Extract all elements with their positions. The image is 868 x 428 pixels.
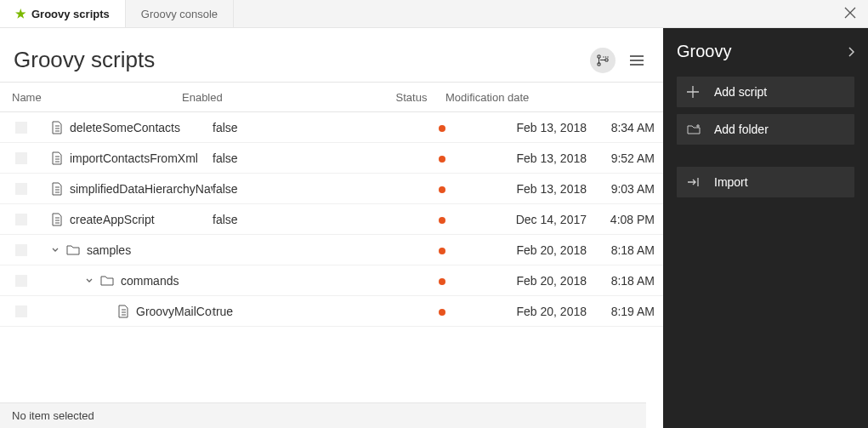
item-name: samples <box>87 243 131 257</box>
table-row[interactable]: GroovyMailCommandtrueFeb 20, 20188:19 AM <box>0 296 663 327</box>
name-cell: createAppScript <box>43 213 213 226</box>
file-icon <box>51 182 63 196</box>
date-cell: Feb 13, 2018 <box>476 151 595 165</box>
add-script-button[interactable]: Add script <box>677 77 854 107</box>
status-dot-icon <box>439 217 445 224</box>
table-row[interactable]: createAppScriptfalseDec 14, 20174:08 PM <box>0 204 663 235</box>
time-cell: 9:52 AM <box>595 151 663 165</box>
status-text: No item selected <box>12 409 94 422</box>
status-dot-icon <box>439 156 445 163</box>
item-name: importContactsFromXml <box>70 151 198 165</box>
add-folder-button[interactable]: Add folder <box>677 114 854 145</box>
enabled-cell: true <box>213 305 408 318</box>
name-cell: deleteSomeContacts <box>43 121 213 134</box>
name-cell: simplifiedDataHierarchyNav <box>43 182 213 196</box>
enabled-cell: false <box>213 182 408 196</box>
folder-icon <box>100 275 114 286</box>
tabs-bar: ★ Groovy scripts Groovy console <box>0 0 868 28</box>
row-checkbox[interactable] <box>15 122 27 134</box>
star-icon: ★ <box>15 7 26 20</box>
page-title: Groovy scripts <box>14 47 155 73</box>
status-cell <box>408 151 476 165</box>
time-cell: 8:34 AM <box>595 121 663 134</box>
close-icon <box>844 7 856 19</box>
col-status[interactable]: Status <box>377 91 445 104</box>
col-date[interactable]: Modification date <box>445 91 564 104</box>
sidebar-title: Groovy <box>677 42 731 61</box>
plus-icon <box>687 86 701 98</box>
date-cell: Feb 20, 2018 <box>476 305 595 318</box>
tree-icon <box>596 54 610 67</box>
enabled-cell: false <box>213 151 408 165</box>
date-cell: Feb 13, 2018 <box>476 182 595 196</box>
sidebar-expand-button[interactable] <box>848 47 854 57</box>
status-cell <box>408 243 476 257</box>
chevron-right-icon <box>848 47 854 57</box>
col-enabled[interactable]: Enabled <box>182 91 377 104</box>
file-icon <box>51 121 63 134</box>
import-icon <box>687 176 701 188</box>
enabled-cell: false <box>213 213 408 226</box>
sidebar: Groovy Add script Add folder Import <box>663 28 868 428</box>
table-row[interactable]: simplifiedDataHierarchyNavfalseFeb 13, 2… <box>0 174 663 204</box>
status-cell <box>408 121 476 134</box>
date-cell: Feb 13, 2018 <box>476 121 595 134</box>
table-row[interactable]: importContactsFromXmlfalseFeb 13, 20189:… <box>0 143 663 174</box>
close-button[interactable] <box>844 7 856 19</box>
time-cell: 8:18 AM <box>595 243 663 257</box>
item-name: commands <box>121 274 179 288</box>
file-icon <box>51 151 63 165</box>
status-bar: No item selected <box>0 402 646 428</box>
status-dot-icon <box>439 125 445 132</box>
row-checkbox[interactable] <box>15 244 27 256</box>
chevron-down-icon[interactable] <box>85 277 94 285</box>
time-cell: 9:03 AM <box>595 182 663 196</box>
svg-point-0 <box>607 56 608 57</box>
enabled-cell: false <box>213 121 408 134</box>
date-cell: Feb 20, 2018 <box>476 274 595 288</box>
table-header: Name Enabled Status Modification date <box>0 82 663 112</box>
file-icon <box>51 213 63 226</box>
menu-button[interactable] <box>624 48 650 73</box>
scripts-table: Name Enabled Status Modification date de… <box>0 82 663 428</box>
table-row[interactable]: deleteSomeContactsfalseFeb 13, 20188:34 … <box>0 112 663 143</box>
status-cell <box>408 182 476 196</box>
folder-icon <box>66 244 80 255</box>
row-checkbox[interactable] <box>15 152 27 164</box>
import-button[interactable]: Import <box>677 167 854 197</box>
action-label: Import <box>714 175 748 189</box>
col-name[interactable]: Name <box>12 91 182 104</box>
status-cell <box>408 305 476 318</box>
tab-groovy-console[interactable]: Groovy console <box>126 0 234 27</box>
item-name: createAppScript <box>70 213 155 226</box>
date-cell: Dec 14, 2017 <box>476 213 595 226</box>
folder-plus-icon <box>687 123 701 135</box>
row-checkbox[interactable] <box>15 305 27 317</box>
action-label: Add script <box>714 85 767 99</box>
status-dot-icon <box>439 186 445 193</box>
menu-icon <box>630 55 644 66</box>
file-icon <box>117 305 129 318</box>
table-row[interactable]: samplesFeb 20, 20188:18 AM <box>0 235 663 265</box>
svg-point-1 <box>605 56 606 57</box>
table-row[interactable]: commandsFeb 20, 20188:18 AM <box>0 265 663 296</box>
name-cell: importContactsFromXml <box>43 151 213 165</box>
tree-view-button[interactable] <box>590 48 616 73</box>
item-name: GroovyMailCommand <box>136 305 213 318</box>
tab-label: Groovy console <box>141 8 218 20</box>
row-checkbox[interactable] <box>15 183 27 195</box>
chevron-down-icon[interactable] <box>51 246 60 254</box>
status-dot-icon <box>439 248 445 254</box>
item-name: simplifiedDataHierarchyNav <box>70 182 213 196</box>
status-dot-icon <box>439 309 445 316</box>
row-checkbox[interactable] <box>15 275 27 287</box>
content-area: Groovy scripts Name <box>0 28 663 428</box>
row-checkbox[interactable] <box>15 214 27 225</box>
tab-groovy-scripts[interactable]: ★ Groovy scripts <box>0 0 126 27</box>
time-cell: 8:18 AM <box>595 274 663 288</box>
svg-point-2 <box>603 56 604 57</box>
status-cell <box>408 213 476 226</box>
action-label: Add folder <box>714 123 769 136</box>
item-name: deleteSomeContacts <box>70 121 180 134</box>
name-cell: commands <box>43 274 213 288</box>
